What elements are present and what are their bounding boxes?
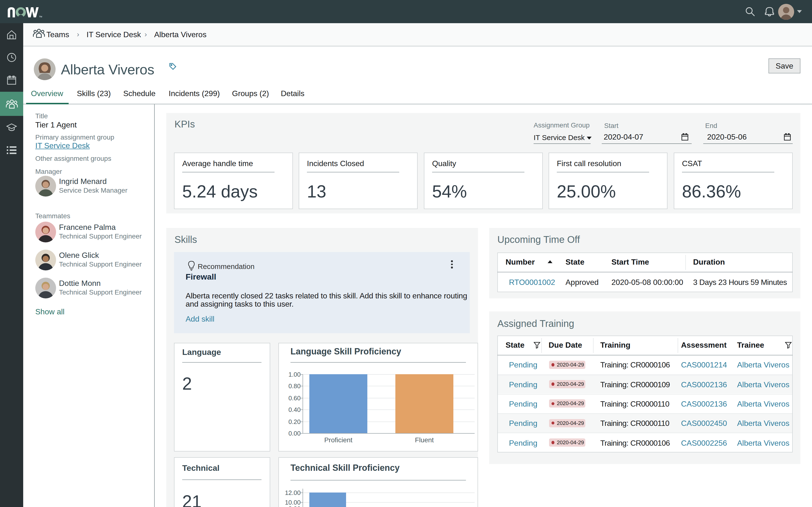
svg-text:TM: TM: [39, 15, 42, 18]
